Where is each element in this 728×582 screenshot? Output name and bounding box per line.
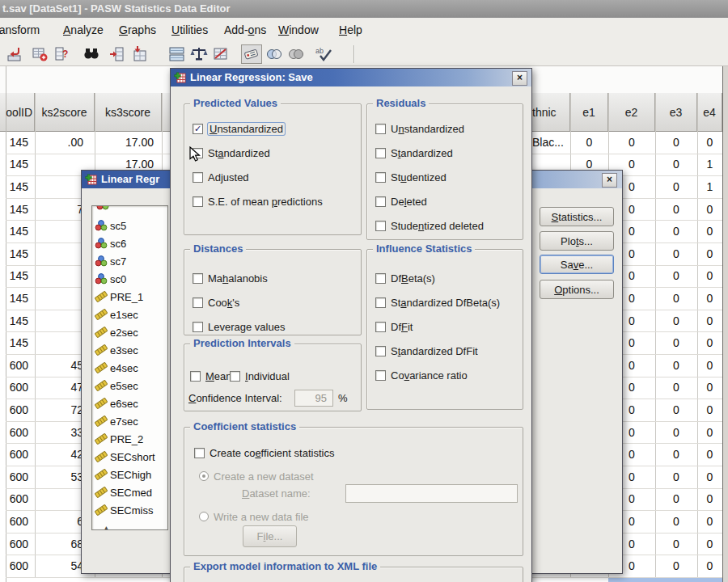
- cell[interactable]: 0: [697, 220, 722, 242]
- menu-item-help[interactable]: Help: [339, 18, 362, 42]
- cell[interactable]: 0: [655, 555, 697, 577]
- variable-sc5[interactable]: sc5: [92, 217, 167, 234]
- cell[interactable]: 17.00: [95, 131, 162, 154]
- cell[interactable]: 0: [655, 310, 697, 332]
- standardized-checkbox[interactable]: [375, 148, 386, 158]
- deleted-checkbox[interactable]: [375, 196, 386, 207]
- spell-check-icon[interactable]: ab: [314, 44, 335, 64]
- individual-checkbox[interactable]: [230, 371, 240, 382]
- cell[interactable]: 0: [655, 377, 697, 399]
- save-button[interactable]: Save...: [540, 255, 614, 274]
- cell[interactable]: 600: [6, 466, 35, 488]
- cell[interactable]: 0: [697, 198, 722, 221]
- cell[interactable]: 145: [6, 220, 35, 242]
- file-button[interactable]: File...: [243, 525, 297, 547]
- variable-e1sec[interactable]: e1sec: [92, 306, 167, 323]
- menu-item-graphs[interactable]: Graphs: [119, 18, 156, 42]
- cell[interactable]: 0: [697, 331, 722, 354]
- menu-item-addons[interactable]: Add-ons: [224, 18, 266, 42]
- cell[interactable]: 0: [655, 198, 697, 221]
- column-header-e1[interactable]: e1: [570, 93, 608, 131]
- menu-item-ransform[interactable]: ransform: [0, 18, 40, 42]
- unstandardized-checkbox[interactable]: ✓: [193, 124, 203, 134]
- variable-sc0[interactable]: sc0: [92, 270, 167, 288]
- cell[interactable]: 0: [697, 354, 722, 377]
- cell[interactable]: 0: [697, 466, 722, 488]
- cell[interactable]: 145: [6, 287, 35, 310]
- cell[interactable]: 600: [6, 443, 35, 466]
- menu-item-window[interactable]: Window: [278, 18, 319, 42]
- cell[interactable]: 0: [655, 220, 697, 242]
- cell[interactable]: 145: [6, 131, 35, 154]
- cell[interactable]: 0: [697, 510, 722, 533]
- confidence-interval-field[interactable]: 95: [294, 390, 333, 407]
- find-icon[interactable]: [81, 44, 102, 64]
- create-new-dataset-radio[interactable]: [199, 471, 209, 481]
- column-header-oolid[interactable]: oolID: [6, 93, 35, 131]
- cell[interactable]: 0: [655, 331, 697, 354]
- leverage-values-checkbox[interactable]: [193, 322, 203, 332]
- cell[interactable]: 600: [6, 399, 35, 421]
- cell[interactable]: 600: [6, 377, 35, 399]
- cell[interactable]: 1: [697, 154, 722, 176]
- write-new-data-file-radio[interactable]: [199, 512, 209, 521]
- variable-e5sec[interactable]: e5sec: [92, 377, 167, 394]
- variable-SECmed[interactable]: SECmed: [92, 483, 167, 501]
- menu-item-analyze[interactable]: Analyze: [63, 18, 104, 42]
- cook-s-checkbox[interactable]: [193, 297, 203, 308]
- cell[interactable]: 0: [655, 287, 697, 310]
- variable-e3sec[interactable]: e3sec: [92, 341, 167, 359]
- cell[interactable]: 1: [697, 175, 722, 198]
- goto-case-icon[interactable]: ?: [51, 44, 72, 64]
- variable-e4sec[interactable]: e4sec: [92, 359, 167, 377]
- cell[interactable]: 145: [6, 175, 35, 198]
- studentized-deleted-checkbox[interactable]: [375, 221, 386, 231]
- options-button[interactable]: Options...: [540, 280, 614, 299]
- adjusted-checkbox[interactable]: [193, 172, 203, 183]
- unstandardized-checkbox[interactable]: [375, 124, 386, 134]
- cell[interactable]: 145: [6, 154, 35, 176]
- variable-e7sec[interactable]: e7sec: [92, 412, 167, 430]
- standardized-dffit-checkbox[interactable]: [375, 346, 386, 356]
- variable-SEChigh[interactable]: SEChigh: [92, 466, 167, 483]
- variable-e6sec[interactable]: e6sec: [92, 394, 167, 412]
- cell[interactable]: 0: [697, 443, 722, 466]
- dialog-recall-icon[interactable]: [5, 44, 26, 64]
- cell[interactable]: 145: [6, 331, 35, 354]
- mean-checkbox[interactable]: [190, 371, 201, 382]
- cell[interactable]: 0: [697, 488, 722, 511]
- column-header-ks3score[interactable]: ks3score: [95, 93, 162, 131]
- variable-PRE_2[interactable]: PRE_2: [92, 430, 167, 448]
- show-variables-icon[interactable]: [286, 44, 307, 64]
- standardized-dfbeta-s--checkbox[interactable]: [375, 297, 386, 308]
- split-file-icon[interactable]: [167, 44, 188, 64]
- cell[interactable]: 0: [655, 510, 697, 533]
- weight-cases-icon[interactable]: [188, 44, 210, 64]
- column-header-e2[interactable]: e2: [608, 93, 655, 131]
- cell[interactable]: 600: [6, 488, 35, 511]
- cell[interactable]: 0: [655, 354, 697, 377]
- insert-cases-icon[interactable]: [29, 44, 50, 64]
- cell[interactable]: 145: [6, 310, 35, 332]
- cell[interactable]: 0: [655, 399, 697, 421]
- cell[interactable]: 0: [697, 265, 722, 288]
- create-coefficient-statistics-checkbox[interactable]: [194, 448, 205, 458]
- cell[interactable]: 600: [6, 354, 35, 377]
- cell[interactable]: 600: [6, 421, 35, 444]
- insert-variable-icon[interactable]: [129, 44, 150, 64]
- cell[interactable]: 0: [697, 310, 722, 332]
- cell[interactable]: 0: [697, 555, 722, 577]
- cell[interactable]: 0: [655, 265, 697, 288]
- cell[interactable]: 0: [697, 421, 722, 444]
- cell[interactable]: 0: [697, 242, 722, 265]
- cell[interactable]: 145: [6, 198, 35, 221]
- dfbeta-s--checkbox[interactable]: [375, 273, 386, 284]
- cell[interactable]: 0: [655, 421, 697, 444]
- cell[interactable]: 0: [655, 488, 697, 511]
- mahalanobis-checkbox[interactable]: [193, 273, 203, 284]
- cell[interactable]: 0: [655, 175, 697, 198]
- studentized-checkbox[interactable]: [375, 172, 386, 183]
- cell[interactable]: 0: [655, 154, 697, 176]
- cell[interactable]: 0: [697, 287, 722, 310]
- dffit-checkbox[interactable]: [375, 322, 386, 332]
